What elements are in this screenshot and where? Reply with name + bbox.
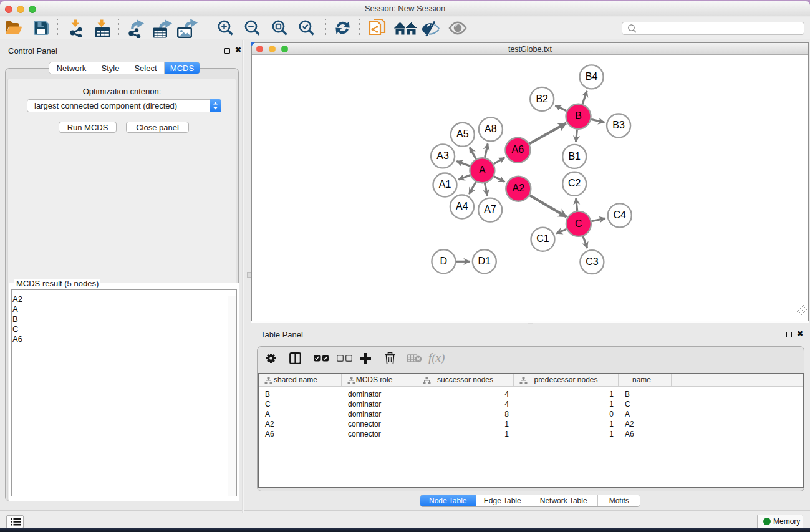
svg-text:C3: C3 <box>586 256 599 267</box>
svg-text:B2: B2 <box>536 94 548 104</box>
svg-text:C2: C2 <box>568 178 581 188</box>
svg-text:C1: C1 <box>536 233 549 244</box>
svg-text:A8: A8 <box>485 123 497 134</box>
svg-text:B4: B4 <box>586 71 598 82</box>
svg-text:B1: B1 <box>568 151 581 162</box>
svg-text:A4: A4 <box>456 201 468 211</box>
svg-text:D: D <box>440 256 448 266</box>
svg-text:A7: A7 <box>484 204 496 215</box>
svg-text:A: A <box>479 165 486 175</box>
svg-text:A2: A2 <box>513 183 525 193</box>
svg-text:C: C <box>575 218 582 229</box>
svg-text:B: B <box>575 110 582 121</box>
svg-text:A3: A3 <box>436 150 449 161</box>
svg-text:A1: A1 <box>439 179 451 190</box>
svg-text:B3: B3 <box>612 120 625 130</box>
svg-text:C4: C4 <box>614 210 627 220</box>
svg-text:A5: A5 <box>456 128 469 139</box>
svg-text:D1: D1 <box>478 256 491 266</box>
svg-text:A6: A6 <box>512 144 524 155</box>
